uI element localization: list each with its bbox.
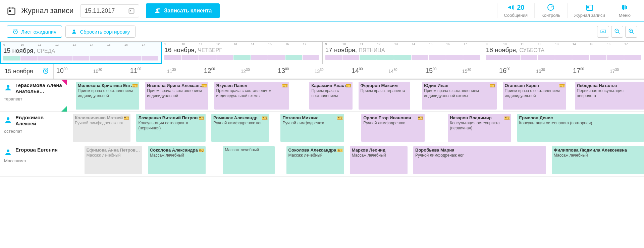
calendar-icon <box>7 6 16 15</box>
time-header: 15 ноября 100010301100113012001230130013… <box>0 64 644 79</box>
time-slot: 1630 <box>533 68 570 74</box>
time-slot: 1430 <box>386 68 423 74</box>
nav-control[interactable]: Контроль <box>534 3 567 18</box>
ticket-icon: 🎫 <box>199 115 204 121</box>
zoom-in-button[interactable] <box>625 26 637 38</box>
zoom-in-icon <box>628 28 634 34</box>
minimap-day[interactable]: 9101112131415161717 ноября, ПЯТНИЦА <box>323 42 483 64</box>
messages-count: 20 <box>517 4 524 11</box>
appt-client: Карамзин Анастасия <box>311 83 351 88</box>
staff-cell[interactable]: Евдокимов Алексейостеопат <box>0 112 67 144</box>
time-slot: 1330 <box>312 68 349 74</box>
appt-client: Федоров Максим <box>361 83 409 88</box>
appointment[interactable]: Карамзин АнастасияПрием врача с составле… <box>309 82 353 110</box>
time-header-left: 15 ноября <box>0 64 54 79</box>
appointment[interactable]: Соколова Александра ФеМассаж лечебный🎫 <box>148 146 206 174</box>
nav-journal[interactable]: Журнал записи <box>567 3 612 18</box>
appt-service: Прием врача с составлением индивидуально… <box>505 88 564 98</box>
minimap-day[interactable]: 9101112131415161715 ноября, СРЕДА <box>0 42 162 64</box>
appointment[interactable]: Воробьева МарияРучной лимфодренаж ног <box>413 146 546 174</box>
fit-button[interactable] <box>597 26 609 38</box>
minimap-day[interactable]: 9101112131415161718 ноября, СУББОТА <box>483 42 644 64</box>
nav-menu[interactable]: Меню <box>612 3 637 18</box>
appt-service: Массаж лечебный <box>352 153 406 158</box>
appt-service: Консультация остеопракта (первичная) <box>138 121 203 131</box>
appointment[interactable]: Филиппова Людмила АлексеевнаМассаж лечеб… <box>552 146 644 174</box>
enroll-button[interactable]: + Записать клиента <box>146 3 220 18</box>
timeline[interactable]: Колисниченко МатвейРучной лимфодренаж но… <box>67 112 644 144</box>
appt-service: Прием врача с составлением <box>311 88 351 98</box>
time-slot: 1600 <box>496 67 533 75</box>
toolbar-right <box>597 26 637 38</box>
time-header-date: 15 ноября <box>0 65 38 78</box>
time-slot: 1100 <box>127 67 164 75</box>
nav-messages-label: Сообщения <box>504 13 528 18</box>
appointment[interactable]: Колисниченко МатвейРучной лимфодренаж но… <box>73 114 130 142</box>
fit-icon <box>600 28 606 34</box>
person-icon <box>4 148 12 156</box>
appointment[interactable]: Оганесян КаренПрием врача с составлением… <box>503 82 566 110</box>
ticket-icon: 🎫 <box>418 115 423 121</box>
appointment[interactable]: Лебедева НатальяПервичная консультация н… <box>575 82 644 110</box>
reset-sort-button[interactable]: Сбросить сортировку <box>65 26 136 38</box>
appointment[interactable]: Орлов Егор ИвановичРучной лимфодренаж🎫 <box>361 114 425 142</box>
appt-service: Прием врача с составлением индивидуально… <box>424 88 495 98</box>
timeline[interactable]: Милюкова Кристина ЕвгеньевнПрием врача с… <box>67 80 644 112</box>
ticket-icon: 🎫 <box>490 83 495 89</box>
appt-service: Прием врача с составлением индивидуально… <box>216 88 287 98</box>
svg-text:+: + <box>159 8 160 10</box>
appt-client: Юдин Иван <box>424 83 495 88</box>
zoom-out-button[interactable] <box>611 26 623 38</box>
minimap-day[interactable]: 9101112131415161716 ноября, ЧЕТВЕРГ <box>162 42 322 64</box>
appt-client: Ефимова Анна Петровна <box>87 148 140 153</box>
nav-journal-label: Журнал записи <box>574 13 605 18</box>
date-picker[interactable]: 15.11.2017 <box>80 4 139 17</box>
appointment[interactable]: Юдин ИванПрием врача с составлением инди… <box>422 82 497 110</box>
appt-service: Ручной лимфодренаж <box>363 121 423 126</box>
calendar-small-icon <box>128 7 135 14</box>
timeline[interactable]: Ефимова Анна ПетровнаМассаж лечебныйСоко… <box>67 144 644 176</box>
appointment[interactable]: Массаж лечебный <box>223 146 275 174</box>
nav-control-label: Контроль <box>541 13 560 18</box>
appointment[interactable]: Марков ЛеонидМассаж лечебный <box>350 146 408 174</box>
appointment[interactable]: Соколова Александра ФеМассаж лечебный🎫 <box>286 146 344 174</box>
svg-rect-5 <box>130 10 131 11</box>
appointment[interactable]: Потапов МихаилРучной лимфодренаж🎫 <box>280 114 344 142</box>
time-slot: 1300 <box>275 67 312 75</box>
staff-cell[interactable]: Герасимова Алена Анатолье…терапевт <box>0 80 67 112</box>
svg-rect-13 <box>623 5 624 10</box>
appt-service: Массаж лечебный <box>288 153 342 158</box>
appointment[interactable]: Иванова Ирина АлександровнПрием врача с … <box>145 82 208 110</box>
alarm-icon <box>12 29 18 35</box>
appointment[interactable]: Федоров МаксимПрием врача-терапевта <box>359 82 411 110</box>
nav-messages[interactable]: 20 Сообщения <box>497 3 535 18</box>
ticket-icon: 🎫 <box>262 115 268 121</box>
svg-point-17 <box>73 30 75 32</box>
appointment[interactable]: Назаров ВладимирКонсультация остеопракта… <box>448 114 511 142</box>
appointment[interactable]: Якушев ПавелПрием врача с составлением и… <box>214 82 289 110</box>
date-value: 15.11.2017 <box>85 7 115 14</box>
svg-rect-11 <box>588 7 589 8</box>
staff-role: Массажист <box>4 158 63 163</box>
header-left: Журнал записи 15.11.2017 + Записать клие… <box>7 3 497 18</box>
appointment[interactable]: Ефимова Анна ПетровнаМассаж лечебный <box>85 146 142 174</box>
time-slot: 1030 <box>91 68 127 74</box>
waitlist-button[interactable]: Лист ожидания <box>7 26 62 38</box>
appointment[interactable]: Романюк АлександрРучной лимфодренаж ног🎫 <box>211 114 269 142</box>
appointment[interactable]: Лазаренко Виталий ПетровКонсультация ост… <box>136 114 205 142</box>
enroll-label: Записать клиента <box>164 8 212 14</box>
day-minimap: 9101112131415161715 ноября, СРЕДА9101112… <box>0 41 644 64</box>
appt-client: Милюкова Кристина Евгеньевн <box>78 83 137 88</box>
time-header-alarm[interactable] <box>38 64 53 79</box>
appt-client: Лазаренко Виталий Петров <box>138 115 203 121</box>
staff-name: Герасимова Алена Анатолье… <box>15 82 63 94</box>
megaphone-icon <box>507 3 515 11</box>
svg-rect-2 <box>13 7 13 9</box>
appointment[interactable]: Милюкова Кристина ЕвгеньевнПрием врача с… <box>76 82 139 110</box>
zoom-out-icon <box>614 28 620 34</box>
appt-client: Орлов Егор Иванович <box>363 115 423 121</box>
ticket-icon: 🎫 <box>199 148 204 154</box>
appt-client: Иванова Ирина Александровн <box>147 83 206 88</box>
appointment[interactable]: Ермолов ДенисКонсультация остеопракта (п… <box>517 114 644 142</box>
staff-cell[interactable]: Егорова ЕвгенияМассажист <box>0 144 67 176</box>
